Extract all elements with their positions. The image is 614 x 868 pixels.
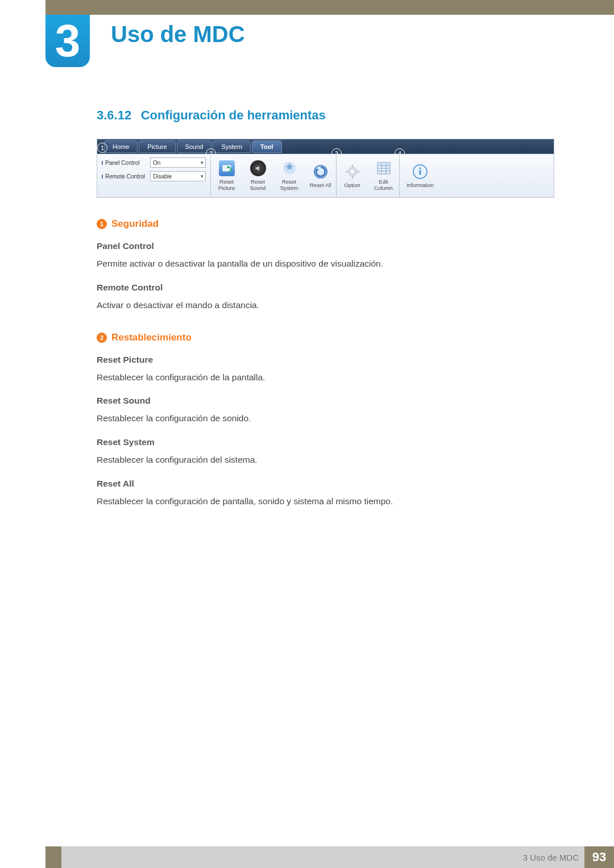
callout-3: 3 [331, 148, 342, 159]
panel-control-label: Panel Control [102, 160, 150, 166]
option-group: 3 Option Edit Column [337, 154, 400, 197]
toolbar: Panel Control On Remote Control Disable … [97, 154, 554, 197]
item-title-panel-control: Panel Control [97, 241, 554, 251]
page-number: 93 [584, 846, 614, 868]
panel-control-dropdown[interactable]: On [150, 157, 206, 168]
reset-system-button[interactable]: Reset System [273, 154, 305, 197]
tab-bar: 1 Home Picture Sound System Tool [97, 139, 554, 154]
tab-home[interactable]: Home [104, 140, 138, 153]
svg-rect-17 [420, 170, 421, 175]
panel-controls-group: Panel Control On Remote Control Disable [97, 154, 211, 197]
callout-2: 2 [206, 148, 216, 159]
info-group: 4 Information [400, 154, 441, 197]
reset-group: 2 Reset Picture Reset Sound [211, 154, 337, 197]
content-area: 3.6.12 Configuración de herramientas 1 H… [97, 108, 554, 509]
chapter-badge: 3 [45, 15, 90, 67]
chapter-number: 3 [55, 18, 81, 64]
svg-rect-6 [352, 176, 353, 178]
item-text-reset-all: Restablecer la configuración de pantalla… [97, 495, 554, 509]
callout-1: 1 [97, 143, 107, 153]
chapter-title: Uso de MDC [111, 22, 245, 47]
tab-picture[interactable]: Picture [139, 140, 175, 153]
footer-left-accent [45, 846, 61, 868]
reset-picture-button[interactable]: Reset Picture [211, 154, 242, 197]
app-screenshot: 1 Home Picture Sound System Tool Panel C… [97, 139, 554, 198]
item-text-remote-control: Activar o desactivar el mando a distanci… [97, 298, 554, 313]
svg-rect-7 [346, 171, 348, 172]
item-title-reset-picture: Reset Picture [97, 355, 554, 365]
information-button[interactable]: Information [400, 154, 441, 197]
tab-system[interactable]: System [213, 140, 251, 153]
svg-point-16 [419, 167, 421, 169]
item-text-reset-system: Restablecer la configuración del sistema… [97, 453, 554, 467]
svg-rect-5 [352, 165, 353, 167]
item-title-reset-system: Reset System [97, 437, 554, 447]
top-accent-bar [45, 0, 614, 15]
edit-column-button[interactable]: Edit Column [368, 154, 399, 197]
svg-point-4 [351, 170, 354, 173]
reset-system-icon [281, 160, 297, 176]
reset-picture-icon [219, 160, 235, 176]
item-title-remote-control: Remote Control [97, 283, 554, 293]
item-title-reset-sound: Reset Sound [97, 396, 554, 406]
item-text-reset-sound: Restablecer la configuración de sonido. [97, 412, 554, 426]
reset-sound-button[interactable]: Reset Sound [242, 154, 273, 197]
reset-sound-icon [250, 160, 266, 176]
section-title: Configuración de herramientas [141, 108, 326, 122]
subsection-title-seguridad: Seguridad [111, 218, 159, 230]
remote-control-label: Remote Control [102, 173, 150, 180]
item-text-reset-picture: Restablecer la configuración de la panta… [97, 371, 554, 385]
tab-tool[interactable]: Tool [252, 140, 281, 153]
reset-all-button[interactable]: Reset All [305, 154, 336, 197]
svg-rect-0 [223, 165, 231, 171]
gear-icon [345, 164, 360, 180]
remote-control-row: Remote Control Disable [102, 171, 206, 181]
subsection-restablecimiento: 2 Restablecimiento [97, 332, 554, 343]
footer-text: 3 Uso de MDC [523, 853, 579, 862]
subsection-title-restablecimiento: Restablecimiento [111, 332, 192, 343]
panel-control-row: Panel Control On [102, 157, 206, 168]
remote-control-dropdown[interactable]: Disable [150, 171, 206, 181]
reset-all-icon [313, 164, 329, 180]
section-number: 3.6.12 [97, 108, 131, 122]
info-icon [412, 164, 428, 180]
callout-4: 4 [395, 148, 405, 159]
section-heading: 3.6.12 Configuración de herramientas [97, 108, 554, 123]
item-text-panel-control: Permite activar o desactivar la pantalla… [97, 257, 554, 271]
edit-column-icon [376, 160, 392, 176]
subsection-seguridad: 1 Seguridad [97, 218, 554, 230]
item-title-reset-all: Reset All [97, 479, 554, 489]
option-button[interactable]: Option [337, 154, 368, 197]
subsection-bullet-2: 2 [97, 333, 107, 343]
subsection-bullet-1: 1 [97, 219, 107, 229]
footer-bar: 3 Uso de MDC 93 [45, 846, 614, 868]
svg-rect-8 [357, 171, 359, 172]
